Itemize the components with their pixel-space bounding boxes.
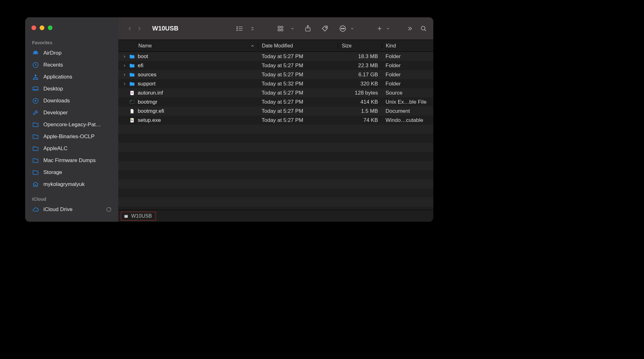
svg-rect-29	[125, 215, 128, 216]
svg-rect-26	[131, 120, 132, 121]
back-button[interactable]	[127, 24, 133, 34]
svg-rect-10	[281, 26, 283, 28]
file-kind: Unix Ex…ble File	[382, 99, 433, 105]
group-chevron-icon[interactable]	[291, 24, 294, 34]
file-date: Today at 5:27 PM	[258, 117, 338, 123]
file-row[interactable]: efi Today at 5:27 PM 22.3 MB Folder	[118, 61, 433, 70]
more-chevron-icon[interactable]	[350, 24, 354, 34]
file-list[interactable]: boot Today at 5:27 PM 18.3 MB Folder efi…	[118, 52, 433, 210]
sidebar-item-icloud-drive[interactable]: iCloud Drive	[25, 204, 118, 215]
sidebar-item-label: AirDrop	[43, 50, 114, 56]
share-button[interactable]	[304, 24, 311, 34]
cloud-icon	[32, 206, 39, 213]
forward-button[interactable]	[136, 24, 142, 34]
file-row[interactable]: boot Today at 5:27 PM 18.3 MB Folder	[118, 52, 433, 61]
column-header-size[interactable]: Size	[338, 43, 382, 49]
file-size: 22.3 MB	[338, 63, 382, 69]
download-icon	[32, 97, 39, 104]
file-size: 320 KB	[338, 81, 382, 87]
view-list-button[interactable]	[236, 24, 245, 34]
sidebar: Favorites AirDrop Recents Applications D…	[25, 17, 118, 222]
path-item-label: W10USB	[131, 213, 152, 219]
file-name: efi	[138, 63, 143, 69]
sidebar-section-label: iCloud	[25, 195, 118, 204]
file-size: 128 bytes	[338, 90, 382, 96]
sidebar-item-mac-firmware[interactable]: Mac Firmware Dumps	[25, 155, 118, 166]
sidebar-item-storage[interactable]: Storage	[25, 166, 118, 178]
window-title: W10USB	[152, 25, 178, 32]
file-row[interactable]: support Today at 5:32 PM 320 KB Folder	[118, 79, 433, 88]
sidebar-item-apple-binaries[interactable]: Apple-Binaries-OCLP	[25, 131, 118, 143]
column-headers: Name Date Modified Size Kind	[118, 40, 433, 52]
airdrop-icon	[32, 50, 39, 57]
svg-rect-9	[278, 29, 280, 31]
file-kind: Windo…cutable	[382, 117, 433, 123]
file-row[interactable]: autorun.inf Today at 5:27 PM 128 bytes S…	[118, 88, 433, 97]
drive-icon	[124, 214, 129, 219]
disclosure-triangle-icon[interactable]	[123, 73, 126, 76]
file-size: 414 KB	[338, 99, 382, 105]
sidebar-item-opencore[interactable]: Opencore-Legacy-Pat…	[25, 119, 118, 131]
file-size: 6.17 GB	[338, 72, 382, 78]
path-item-root[interactable]: W10USB	[121, 212, 156, 220]
sidebar-item-applealc[interactable]: AppleALC	[25, 143, 118, 155]
folder-icon	[32, 133, 39, 140]
column-header-date[interactable]: Date Modified	[258, 43, 338, 49]
sidebar-item-desktop[interactable]: Desktop	[25, 83, 118, 95]
sidebar-item-recents[interactable]: Recents	[25, 59, 118, 71]
svg-point-13	[326, 27, 327, 28]
file-row[interactable]: setup.exe Today at 5:27 PM 74 KB Windo…c…	[118, 116, 433, 125]
search-button[interactable]	[420, 24, 427, 34]
svg-rect-21	[130, 100, 134, 104]
new-button[interactable]	[377, 24, 382, 34]
tag-button[interactable]	[321, 24, 329, 34]
file-row[interactable]: bootmgr.efi Today at 5:27 PM 1.5 MB Docu…	[118, 106, 433, 116]
src-icon	[129, 90, 135, 96]
file-date: Today at 5:27 PM	[258, 108, 338, 114]
folder-icon	[129, 63, 135, 69]
sidebar-item-label: Desktop	[43, 86, 114, 92]
file-name: support	[138, 81, 156, 87]
winexe-icon	[129, 117, 135, 123]
sidebar-item-label: iCloud Drive	[43, 206, 101, 213]
path-bar: W10USB	[118, 210, 433, 222]
sidebar-item-developer[interactable]: Developer	[25, 107, 118, 119]
exec-icon	[129, 99, 135, 105]
svg-point-0	[35, 52, 36, 54]
new-chevron-icon[interactable]	[386, 24, 390, 34]
view-switcher-chevrons-icon[interactable]	[250, 24, 255, 34]
sidebar-item-label: Opencore-Legacy-Pat…	[43, 122, 114, 128]
sidebar-item-home[interactable]: mykolagrymalyuk	[25, 178, 118, 190]
column-header-kind[interactable]: Kind	[382, 43, 433, 49]
hammer-icon	[32, 109, 39, 116]
file-row[interactable]: sources Today at 5:27 PM 6.17 GB Folder	[118, 70, 433, 79]
minimize-window-button[interactable]	[40, 25, 44, 30]
file-kind: Source	[382, 90, 433, 96]
overflow-button[interactable]	[406, 24, 413, 34]
more-actions-button[interactable]	[339, 24, 347, 34]
file-name: boot	[138, 53, 148, 60]
folder-icon	[32, 121, 39, 128]
file-date: Today at 5:27 PM	[258, 90, 338, 96]
folder-icon	[32, 157, 39, 164]
zoom-window-button[interactable]	[48, 25, 53, 30]
svg-rect-24	[131, 119, 132, 120]
sidebar-item-applications[interactable]: Applications	[25, 71, 118, 83]
file-date: Today at 5:32 PM	[258, 81, 338, 87]
svg-point-16	[342, 28, 343, 29]
window-controls	[25, 25, 118, 30]
file-date: Today at 5:27 PM	[258, 99, 338, 105]
file-row[interactable]: bootmgr Today at 5:27 PM 414 KB Unix Ex……	[118, 97, 433, 106]
column-header-name[interactable]: Name	[118, 43, 258, 49]
disclosure-triangle-icon[interactable]	[123, 64, 126, 67]
sidebar-item-downloads[interactable]: Downloads	[25, 95, 118, 107]
close-window-button[interactable]	[31, 25, 36, 30]
sidebar-item-airdrop[interactable]: AirDrop	[25, 47, 118, 59]
group-button[interactable]	[277, 24, 287, 34]
svg-point-6	[237, 28, 237, 29]
disclosure-triangle-icon[interactable]	[123, 55, 126, 58]
file-name: bootmgr	[138, 99, 157, 105]
disclosure-triangle-icon[interactable]	[123, 82, 126, 85]
sidebar-item-label: Storage	[43, 169, 114, 176]
folder-icon	[32, 169, 39, 176]
